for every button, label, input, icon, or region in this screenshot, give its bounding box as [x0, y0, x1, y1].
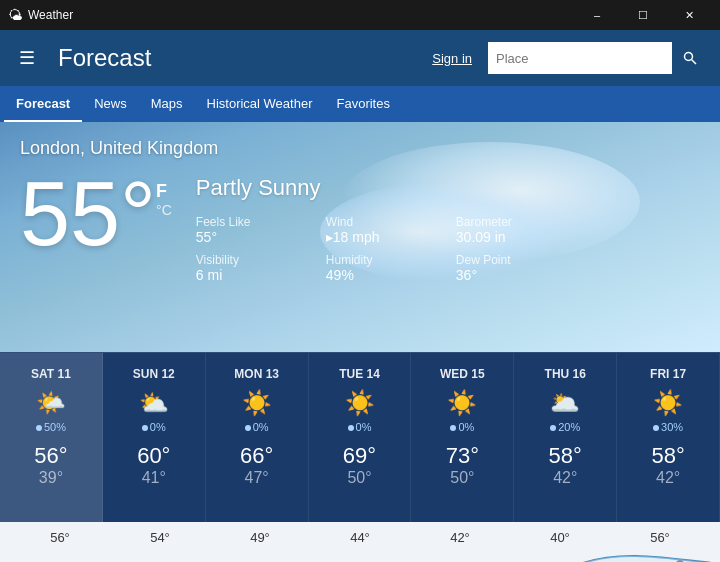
maximize-button[interactable]: ☐: [620, 0, 666, 30]
day-label: SUN 12: [133, 367, 175, 381]
day-lo: 42°: [656, 469, 680, 487]
temperature-display: 55°: [20, 169, 156, 259]
dew-point-group: Dew Point 36°: [456, 253, 586, 283]
day-icon: ☀️: [345, 389, 375, 417]
unit-celsius[interactable]: °C: [156, 202, 172, 218]
precip-dot: [36, 425, 42, 431]
nav-maps[interactable]: Maps: [139, 86, 195, 122]
nav-historical-weather[interactable]: Historical Weather: [195, 86, 325, 122]
nav-forecast[interactable]: Forecast: [4, 86, 82, 122]
precip-dot: [653, 425, 659, 431]
humidity-value: 49%: [326, 267, 456, 283]
weather-main: 55° F °C Partly Sunny Feels Like 55° Win…: [20, 169, 700, 283]
nav-news[interactable]: News: [82, 86, 139, 122]
day-label: THU 16: [545, 367, 586, 381]
barometer-group: Barometer 30.09 in: [456, 215, 586, 245]
day-lo: 47°: [245, 469, 269, 487]
day-icon: ⛅: [139, 389, 169, 417]
search-button[interactable]: [672, 42, 708, 74]
day-hi: 58°: [549, 443, 582, 469]
day-label: MON 13: [234, 367, 279, 381]
weather-hero: London, United Kingdom 55° F °C Partly S…: [0, 122, 720, 352]
titlebar-controls: – ☐ ✕: [574, 0, 712, 30]
wind-label: Wind: [326, 215, 456, 229]
precip-dot: [245, 425, 251, 431]
app-title: Forecast: [58, 44, 416, 72]
search-input[interactable]: [488, 42, 672, 74]
sign-in-link[interactable]: Sign in: [432, 51, 472, 66]
close-button[interactable]: ✕: [666, 0, 712, 30]
day-precip: 50%: [36, 421, 66, 433]
forecast-strip: SAT 11 🌤️ 50% 56° 39° SUN 12 ⛅ 0% 60° 41…: [0, 352, 720, 522]
day-lo: 42°: [553, 469, 577, 487]
day-label: SAT 11: [31, 367, 71, 381]
hamburger-icon[interactable]: ☰: [12, 47, 42, 69]
nav-favorites[interactable]: Favorites: [324, 86, 401, 122]
day-lo: 39°: [39, 469, 63, 487]
day-icon: 🌤️: [36, 389, 66, 417]
temperature-graph: 56°54°49°44°42°40°56° Windows Central: [0, 522, 720, 562]
minimize-button[interactable]: –: [574, 0, 620, 30]
dew-point-value: 36°: [456, 267, 586, 283]
feels-like-group: Feels Like 55°: [196, 215, 326, 245]
day-hi: 73°: [446, 443, 479, 469]
search-icon: [683, 51, 697, 65]
graph-svg: [0, 522, 720, 562]
day-precip: 0%: [348, 421, 372, 433]
day-precip: 0%: [450, 421, 474, 433]
dew-point-label: Dew Point: [456, 253, 586, 267]
feels-like-value: 55°: [196, 229, 326, 245]
forecast-day-1[interactable]: SUN 12 ⛅ 0% 60° 41°: [103, 353, 206, 522]
barometer-value: 30.09 in: [456, 229, 586, 245]
day-hi: 56°: [34, 443, 67, 469]
wind-value: ▸18 mph: [326, 229, 456, 245]
precip-dot: [348, 425, 354, 431]
precip-dot: [550, 425, 556, 431]
navbar: Forecast News Maps Historical Weather Fa…: [0, 86, 720, 122]
unit-fahrenheit[interactable]: F: [156, 181, 172, 202]
day-hi: 60°: [137, 443, 170, 469]
precip-dot: [142, 425, 148, 431]
forecast-day-4[interactable]: WED 15 ☀️ 0% 73° 50°: [411, 353, 514, 522]
day-icon: ☀️: [653, 389, 683, 417]
search-container: [488, 42, 708, 74]
precip-dot: [450, 425, 456, 431]
day-label: FRI 17: [650, 367, 686, 381]
day-hi: 58°: [651, 443, 684, 469]
humidity-group: Humidity 49%: [326, 253, 456, 283]
forecast-day-2[interactable]: MON 13 ☀️ 0% 66° 47°: [206, 353, 309, 522]
weather-app-icon: 🌤: [8, 7, 22, 23]
forecast-day-6[interactable]: FRI 17 ☀️ 30% 58° 42°: [617, 353, 720, 522]
forecast-day-3[interactable]: TUE 14 ☀️ 0% 69° 50°: [309, 353, 412, 522]
visibility-value: 6 mi: [196, 267, 326, 283]
feels-like-label: Feels Like: [196, 215, 326, 229]
day-precip: 0%: [245, 421, 269, 433]
titlebar: 🌤 Weather – ☐ ✕: [0, 0, 720, 30]
day-icon: 🌥️: [550, 389, 580, 417]
svg-point-0: [685, 53, 693, 61]
titlebar-left: 🌤 Weather: [8, 7, 73, 23]
weather-condition: Partly Sunny: [196, 175, 586, 201]
forecast-day-5[interactable]: THU 16 🌥️ 20% 58° 42°: [514, 353, 617, 522]
day-label: WED 15: [440, 367, 485, 381]
humidity-label: Humidity: [326, 253, 456, 267]
day-lo: 41°: [142, 469, 166, 487]
visibility-group: Visibility 6 mi: [196, 253, 326, 283]
temperature-units: F °C: [156, 169, 172, 218]
app-name: Weather: [28, 8, 73, 22]
day-icon: ☀️: [447, 389, 477, 417]
weather-stats: Feels Like 55° Wind ▸18 mph Barometer 30…: [196, 215, 586, 283]
svg-line-1: [692, 60, 697, 65]
barometer-label: Barometer: [456, 215, 586, 229]
day-lo: 50°: [347, 469, 371, 487]
forecast-day-0[interactable]: SAT 11 🌤️ 50% 56° 39°: [0, 353, 103, 522]
day-icon: ☀️: [242, 389, 272, 417]
header: ☰ Forecast Sign in: [0, 30, 720, 86]
day-lo: 50°: [450, 469, 474, 487]
wind-group: Wind ▸18 mph: [326, 215, 456, 245]
day-hi: 69°: [343, 443, 376, 469]
visibility-label: Visibility: [196, 253, 326, 267]
day-precip: 0%: [142, 421, 166, 433]
day-label: TUE 14: [339, 367, 380, 381]
day-precip: 20%: [550, 421, 580, 433]
